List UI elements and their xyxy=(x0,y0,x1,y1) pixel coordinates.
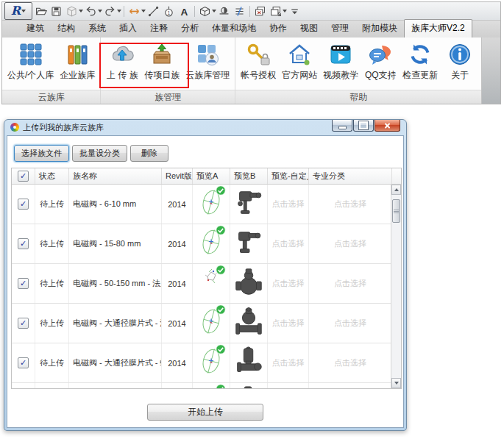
qat-thin-lines-button[interactable] xyxy=(232,4,247,19)
delete-button[interactable]: 删除 xyxy=(130,145,168,162)
scroll-down-icon xyxy=(394,382,399,385)
category-select-link[interactable]: 点击选择 xyxy=(334,357,366,368)
ribbon-button-account-auth[interactable]: 帐号授权 xyxy=(238,40,279,82)
measure-icon xyxy=(128,5,141,18)
ribbon-group-1: 上 传 族传项目族云族库管理族管理 xyxy=(100,38,235,104)
aligned-dimension-icon xyxy=(147,5,160,18)
qat-open-button[interactable] xyxy=(33,4,49,19)
column-header-status: 状态 xyxy=(35,168,69,184)
close-button[interactable] xyxy=(375,120,400,132)
custom-preview-select-link[interactable]: 点击选择 xyxy=(272,238,305,249)
custom-preview-select-link[interactable]: 点击选择 xyxy=(272,318,305,329)
status-cell: 待上传 xyxy=(35,224,69,263)
select-all-checkbox[interactable] xyxy=(18,171,29,182)
row-checkbox-cell xyxy=(12,343,35,382)
ribbon-tab-0[interactable]: 建筑 xyxy=(20,20,51,38)
ribbon-tab-1[interactable]: 结构 xyxy=(51,20,82,38)
ribbon-tab-6[interactable]: 体量和场地 xyxy=(205,20,263,38)
scroll-up-button[interactable] xyxy=(391,185,401,195)
qat-undo-button[interactable] xyxy=(83,4,99,19)
tag-icon: 1 xyxy=(163,5,175,18)
ribbon-tab-5[interactable]: 分析 xyxy=(174,20,205,38)
qat-save-button[interactable] xyxy=(49,4,64,19)
check-update-icon xyxy=(408,42,433,67)
family-name-cell: 电磁阀 - 大通径膜片式 - 螺纹 xyxy=(69,343,162,382)
ribbon-button-official-website[interactable]: 官方网站 xyxy=(279,40,320,82)
qat-redo-button[interactable] xyxy=(102,4,118,19)
qat-switch-windows-button[interactable] xyxy=(268,4,283,19)
row-checkbox[interactable] xyxy=(18,199,29,210)
custom-preview-select-link[interactable]: 点击选择 xyxy=(272,199,305,210)
qat-text-button[interactable]: A xyxy=(177,4,192,19)
select-family-files-button[interactable]: 选择族文件 xyxy=(14,145,69,162)
custom-preview-select-link[interactable]: 点击选择 xyxy=(272,278,305,289)
video-tutorial-icon xyxy=(328,42,353,67)
qat-tag-button[interactable]: 1 xyxy=(161,4,177,19)
category-cell: 点击选择 xyxy=(309,343,392,382)
ribbon-tab-10[interactable]: 附加模块 xyxy=(355,20,404,38)
category-cell xyxy=(309,383,392,389)
ribbon-tab-11[interactable]: 族库大师V2.2 xyxy=(404,19,472,38)
table-row: 待上传电磁阀 - 50-150 mm - 法兰式2014点击选择点击选择 xyxy=(12,264,401,304)
row-checkbox[interactable] xyxy=(18,238,29,249)
open-icon xyxy=(35,5,47,18)
ribbon-button-check-update[interactable]: 检查更新 xyxy=(400,40,441,82)
ribbon-button-public-library[interactable]: 公共/个人库 xyxy=(4,40,57,82)
scrollbar-thumb[interactable] xyxy=(392,199,400,223)
batch-set-category-button[interactable]: 批量设分类 xyxy=(72,145,127,162)
verified-badge-icon xyxy=(216,225,226,235)
ribbon-tab-3[interactable]: 插入 xyxy=(113,20,143,38)
qat-sync-3d-button[interactable] xyxy=(64,4,79,19)
enterprise-library-icon xyxy=(65,42,90,67)
row-checkbox[interactable] xyxy=(18,318,29,329)
category-select-link[interactable]: 点击选择 xyxy=(334,278,366,289)
ribbon-tab-4[interactable]: 注释 xyxy=(143,20,174,38)
row-checkbox[interactable] xyxy=(18,278,29,289)
table-row: 待上传电磁阀 - 6-10 mm2014点击选择点击选择 xyxy=(12,185,401,224)
qat-aligned-dimension-button[interactable] xyxy=(146,4,161,19)
public-library-icon xyxy=(18,42,43,67)
category-select-link[interactable]: 点击选择 xyxy=(334,238,366,249)
ribbon-button-upload-project-family[interactable]: 传项目族 xyxy=(141,40,182,82)
ribbon-tab-2[interactable]: 系统 xyxy=(82,20,113,38)
revit-app-button[interactable]: R xyxy=(4,2,32,20)
row-checkbox-cell xyxy=(12,383,35,389)
qat-default-3d-view-button[interactable] xyxy=(197,4,213,19)
status-cell: 待上传 xyxy=(35,304,69,343)
qat-section-button[interactable] xyxy=(216,4,232,19)
save-icon xyxy=(50,5,63,18)
ribbon-tab-8[interactable]: 视图 xyxy=(294,20,324,38)
ribbon-button-upload-family[interactable]: 上 传 族 xyxy=(103,40,141,82)
start-upload-button[interactable]: 开始上传 xyxy=(147,404,263,421)
qat-customize-qat-button[interactable] xyxy=(287,4,302,19)
preview-custom-cell: 点击选择 xyxy=(268,343,309,382)
maximize-button[interactable] xyxy=(353,120,374,132)
verified-badge-icon xyxy=(216,344,226,354)
category-select-link[interactable]: 点击选择 xyxy=(334,199,366,210)
scroll-down-button[interactable] xyxy=(391,378,401,388)
ribbon-button-enterprise-library[interactable]: 企业族库 xyxy=(57,40,98,82)
ribbon-group-2: 帐号授权官方网站视频教学QQ支持检查更新关于帮助 xyxy=(235,38,481,104)
table-scrollbar[interactable] xyxy=(391,185,401,388)
qat-measure-button[interactable] xyxy=(127,4,142,19)
ribbon-button-video-tutorial[interactable]: 视频教学 xyxy=(320,40,361,82)
ribbon-button-about[interactable]: 关于 xyxy=(441,40,479,82)
valve-actuator-2-icon xyxy=(234,226,263,260)
ribbon-tabs: 建筑结构系统插入注释分析体量和场地协作视图管理附加模块族库大师V2.2 xyxy=(2,20,500,38)
ribbon-button-cloud-library-manage[interactable]: 云族库管理 xyxy=(182,40,233,82)
ribbon-button-qq-support[interactable]: QQ支持 xyxy=(361,40,400,82)
ribbon-button-label: 云族库管理 xyxy=(185,69,230,82)
family-name-cell xyxy=(69,383,162,389)
family-name-cell: 电磁阀 - 6-10 mm xyxy=(69,185,162,224)
minimize-button[interactable] xyxy=(332,120,352,132)
category-select-link[interactable]: 点击选择 xyxy=(334,318,366,329)
ribbon-empty-area xyxy=(481,38,500,104)
ribbon-tab-7[interactable]: 协作 xyxy=(263,20,294,38)
qat-close-hidden-windows-button[interactable] xyxy=(252,4,268,19)
custom-preview-select-link[interactable]: 点击选择 xyxy=(272,357,305,368)
ribbon-group-buttons: 公共/个人库企业族库 xyxy=(2,38,100,90)
chevron-down-icon[interactable] xyxy=(117,10,121,13)
column-header-revit-version: Revit版本 xyxy=(162,168,193,184)
row-checkbox[interactable] xyxy=(18,357,29,368)
ribbon-tab-9[interactable]: 管理 xyxy=(324,20,355,38)
